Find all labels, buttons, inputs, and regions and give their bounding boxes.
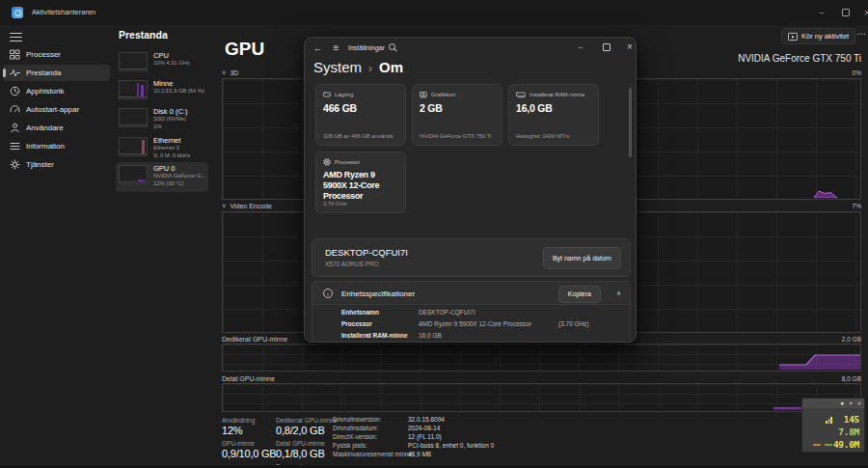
stat-key: Drivrutinsversion: [333, 416, 381, 423]
run-new-task-button[interactable]: Kör ny aktivitet [781, 28, 855, 44]
card-value: 466 GB [323, 102, 398, 114]
device-name: DESKTOP-CQFUI7I [325, 247, 408, 258]
nav-menu-button[interactable]: ≡ [329, 41, 343, 54]
stat-label: Användning [222, 417, 255, 424]
close-button[interactable]: × [621, 40, 637, 54]
perf-item-gpu[interactable]: GPU 0 NVIDIA GeForce G... 12% (30 °C) [116, 162, 208, 192]
rename-pc-button[interactable]: Byt namn på datorn [543, 247, 621, 269]
sidebar-item-label: Information [26, 142, 65, 151]
chart-shared-gpu-memory [222, 383, 861, 412]
perf-item-memory[interactable]: Minne 10,1/15,9 GB (64 %) [116, 77, 208, 102]
card-value: AMD Ryzen 9 5900X 12-Core Processor [323, 170, 398, 202]
info-icon: i [323, 289, 333, 298]
menu-icon: ≡ [334, 42, 339, 53]
sidebar-item-anvandare[interactable]: Användare [3, 120, 110, 136]
spec-value: DESKTOP-CQFUI7I [419, 309, 475, 316]
minimize-button[interactable]: – [572, 40, 589, 54]
perf-item-detail: SSD (NVMe) [153, 116, 187, 124]
section-scale-label: 8,0 GB [842, 375, 861, 382]
memory-mini-chart [119, 80, 148, 99]
breadcrumb-system[interactable]: System [313, 59, 362, 75]
ellipsis-icon: … [856, 26, 866, 37]
scrollbar[interactable] [629, 88, 632, 157]
overlay-close-icon[interactable]: × [857, 399, 861, 408]
spec-row-processor: Processor AMD Ryzen 9 5900X 12-Core Proc… [312, 320, 630, 330]
details-list-icon [10, 141, 20, 151]
perf-item-name: CPU [153, 51, 190, 60]
perf-item-disk[interactable]: Disk 0 (C:) SSD (NVMe) 1% [116, 105, 208, 133]
minimize-icon: – [579, 42, 583, 51]
back-icon: ← [313, 43, 322, 53]
card-detail: Hastighet: 2400 MT/s [516, 133, 569, 139]
breadcrumb: System › Om [313, 59, 403, 75]
perf-item-name: Disk 0 (C:) [153, 107, 187, 116]
sidebar-item-autostart[interactable]: Autostart-appar [3, 101, 110, 118]
device-motherboard: X570 AORUS PRO [325, 261, 379, 267]
section-label: Dedikerat GPU-minne [222, 336, 287, 343]
perf-item-ethernet[interactable]: Ethernet Ethernet 3 S: 0 M: 0 kbit/s [116, 134, 208, 160]
minimize-button[interactable]: – [811, 0, 832, 25]
perf-item-detail: 10,1/15,9 GB (64 %) [153, 88, 204, 96]
sidebar-item-prestanda[interactable]: Prestanda [3, 65, 110, 81]
overlay-value-2: 7.8M [838, 427, 859, 437]
startup-gauge-icon [10, 104, 20, 115]
ethernet-mini-chart [119, 137, 148, 156]
graphics-card: Grafikkort 2 GB NVIDIA GeForce GTX 750 T… [412, 84, 502, 146]
run-task-icon [788, 32, 798, 41]
users-icon [10, 123, 20, 133]
maximize-button[interactable] [835, 0, 856, 25]
taskmanager-titlebar: Aktivitetshanteraren – × [0, 0, 868, 25]
sidebar-item-processer[interactable]: Processer [3, 46, 110, 63]
section-label: Delat GPU-minne [222, 375, 275, 382]
perf-item-cpu[interactable]: CPU 10% 4,31 GHz [116, 49, 208, 74]
overlay-window-icon[interactable]: ▪ [840, 399, 844, 408]
maximize-button[interactable] [598, 40, 615, 54]
breadcrumb-om: Om [379, 59, 403, 75]
copy-button[interactable]: Kopiera [558, 286, 601, 303]
sidebar-item-label: Prestanda [26, 69, 61, 77]
search-icon[interactable] [389, 43, 397, 52]
sidebar-item-apphistorik[interactable]: Apphistorik [3, 83, 110, 99]
chevron-down-icon: ∨ [222, 201, 226, 210]
sidebar-item-information[interactable]: Information [3, 138, 110, 154]
stat-value: PCI-buss 8, enhet 0, funktion 0 [408, 442, 494, 449]
spec-extra: (3.70 GHz) [558, 320, 589, 327]
taskmanager-window-title: Aktivitetshanteraren [32, 8, 95, 16]
gpu-3d-usage-curve [814, 188, 847, 198]
spec-label: Processor [341, 320, 372, 327]
chevron-up-icon[interactable]: ∧ [616, 289, 621, 297]
section-label: 3D [230, 69, 238, 76]
device-specs-title: Enhetsspecifikationer [341, 289, 415, 298]
sidebar-item-tjanster[interactable]: Tjänster [3, 156, 110, 173]
perf-item-name: GPU 0 [153, 164, 205, 173]
overlay-collapse-icon[interactable]: ▾ [849, 399, 853, 408]
storage-icon [323, 91, 331, 98]
stat-value: 12% [222, 425, 242, 436]
perf-item-detail: 10% 4,31 GHz [153, 60, 190, 68]
section-header-shared-memory[interactable]: Delat GPU-minne 8,0 GB [222, 373, 861, 383]
sidebar-item-label: Processer [26, 50, 61, 59]
cpu-mini-chart [119, 52, 148, 71]
perf-item-detail: Ethernet 3 [153, 145, 190, 152]
section-scale-label: 2,0 GB [842, 336, 861, 343]
overlay-value-3: 49.0M [833, 439, 859, 450]
sidebar-item-label: Användare [26, 124, 64, 132]
card-label: Processor [335, 159, 360, 165]
stat-value: 48,9 MB [408, 451, 431, 457]
back-button[interactable]: ← [311, 41, 325, 54]
close-button[interactable]: × [856, 0, 868, 25]
card-detail: 3.70 GHz [323, 201, 347, 206]
more-options-button[interactable]: … [854, 26, 868, 41]
card-label: Lagring [335, 92, 353, 97]
spec-label: Enhetsnamn [341, 309, 379, 316]
card-value: 2 GB [420, 102, 495, 114]
run-new-task-label: Kör ny aktivitet [801, 32, 849, 41]
stat-value: 12 (FL 11.0) [408, 433, 442, 440]
stat-key: Maskinvarureserverat minne: [333, 451, 414, 457]
device-specs-header[interactable]: i Enhetsspecifikationer Kopiera ∧ [312, 281, 631, 305]
overlay-fps-value: 145 [844, 414, 859, 425]
spec-label: Installerat RAM-minne [341, 332, 408, 339]
page-title: Prestanda [119, 29, 168, 41]
graph-icon [826, 417, 832, 424]
menu-icon[interactable] [10, 32, 22, 42]
